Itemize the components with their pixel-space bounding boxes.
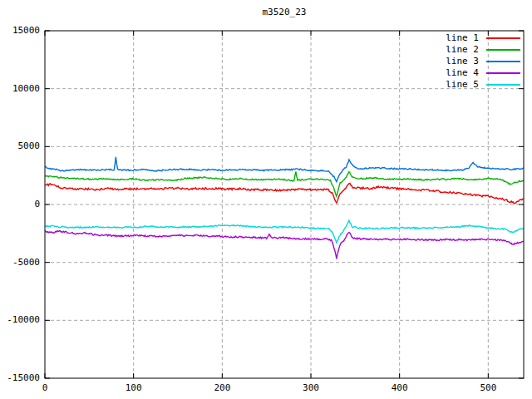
- x-tick-label: 0: [20, 383, 70, 393]
- legend-item: line 5: [446, 79, 520, 91]
- legend-swatch-line: [486, 84, 520, 86]
- legend-swatch-line: [486, 61, 520, 62]
- y-tick-label: -15000: [2, 373, 40, 383]
- y-tick-label: -10000: [2, 315, 40, 325]
- series-line-4: [45, 230, 524, 259]
- legend-swatch-line: [486, 72, 520, 74]
- y-tick-label: 5000: [2, 141, 40, 151]
- legend-item: line 3: [446, 56, 520, 67]
- legend-item: line 2: [446, 44, 520, 56]
- y-tick-label: 0: [2, 200, 40, 209]
- legend-label: line 3: [446, 56, 479, 67]
- legend-label: line 5: [446, 79, 479, 91]
- x-tick-label: 500: [463, 383, 513, 393]
- gnuplot-chart: m3520_23 -15000-10000-500005000100001500…: [0, 0, 532, 399]
- legend-item: line 1: [446, 32, 520, 44]
- legend-label: line 2: [446, 44, 479, 56]
- x-tick-label: 400: [375, 383, 425, 393]
- x-tick-label: 200: [197, 383, 247, 393]
- legend-item: line 4: [446, 67, 520, 79]
- y-tick-label: 15000: [2, 26, 40, 36]
- series-line-1: [45, 184, 524, 204]
- legend-label: line 1: [446, 32, 479, 44]
- legend-swatch-line: [486, 49, 520, 51]
- legend-label: line 4: [446, 67, 479, 79]
- legend-swatch-line: [486, 37, 520, 39]
- legend: line 1 line 2 line 3 line 4 line 5: [446, 32, 520, 91]
- y-tick-label: 10000: [2, 84, 40, 94]
- series-line-5: [45, 220, 524, 243]
- x-tick-label: 300: [286, 383, 336, 393]
- y-tick-label: -5000: [2, 258, 40, 268]
- x-tick-label: 100: [109, 383, 159, 393]
